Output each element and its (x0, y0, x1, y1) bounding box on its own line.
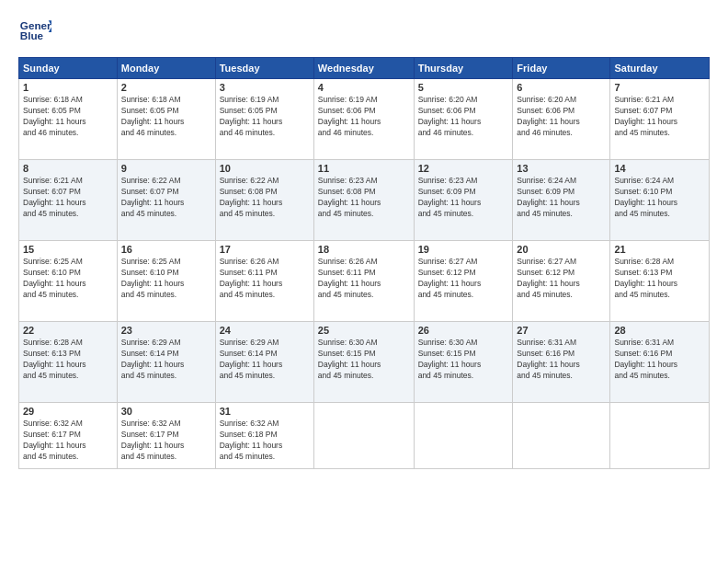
col-header-monday: Monday (117, 58, 215, 79)
calendar-table: SundayMondayTuesdayWednesdayThursdayFrid… (18, 57, 710, 469)
col-header-tuesday: Tuesday (215, 58, 313, 79)
day-info: Sunrise: 6:32 AM Sunset: 6:17 PM Dayligh… (121, 419, 211, 463)
day-info: Sunrise: 6:20 AM Sunset: 6:06 PM Dayligh… (517, 95, 606, 139)
calendar-cell: 2Sunrise: 6:18 AM Sunset: 6:05 PM Daylig… (117, 79, 215, 160)
day-number: 27 (517, 325, 606, 336)
day-number: 23 (121, 325, 211, 336)
calendar-cell (610, 403, 710, 469)
day-info: Sunrise: 6:26 AM Sunset: 6:11 PM Dayligh… (318, 257, 410, 301)
calendar-cell: 29Sunrise: 6:32 AM Sunset: 6:17 PM Dayli… (19, 403, 118, 469)
calendar-cell: 11Sunrise: 6:23 AM Sunset: 6:08 PM Dayli… (313, 160, 414, 241)
day-info: Sunrise: 6:21 AM Sunset: 6:07 PM Dayligh… (23, 176, 113, 220)
day-info: Sunrise: 6:25 AM Sunset: 6:10 PM Dayligh… (121, 257, 211, 301)
day-info: Sunrise: 6:32 AM Sunset: 6:18 PM Dayligh… (220, 419, 310, 463)
day-number: 19 (418, 244, 509, 255)
day-number: 20 (517, 244, 606, 255)
calendar-cell: 12Sunrise: 6:23 AM Sunset: 6:09 PM Dayli… (414, 160, 513, 241)
day-info: Sunrise: 6:32 AM Sunset: 6:17 PM Dayligh… (23, 419, 113, 463)
day-info: Sunrise: 6:22 AM Sunset: 6:07 PM Dayligh… (121, 176, 211, 220)
day-number: 31 (220, 406, 310, 417)
svg-text:Blue: Blue (20, 29, 44, 41)
calendar-cell: 13Sunrise: 6:24 AM Sunset: 6:09 PM Dayli… (513, 160, 610, 241)
day-info: Sunrise: 6:31 AM Sunset: 6:16 PM Dayligh… (614, 338, 705, 382)
day-number: 22 (23, 325, 113, 336)
day-info: Sunrise: 6:27 AM Sunset: 6:12 PM Dayligh… (418, 257, 509, 301)
calendar-cell: 20Sunrise: 6:27 AM Sunset: 6:12 PM Dayli… (513, 241, 610, 322)
calendar-cell (313, 403, 414, 469)
calendar-cell: 24Sunrise: 6:29 AM Sunset: 6:14 PM Dayli… (215, 322, 313, 403)
calendar-cell (513, 403, 610, 469)
calendar-cell: 28Sunrise: 6:31 AM Sunset: 6:16 PM Dayli… (610, 322, 710, 403)
day-number: 10 (220, 163, 310, 174)
calendar-cell: 4Sunrise: 6:19 AM Sunset: 6:06 PM Daylig… (313, 79, 414, 160)
day-number: 16 (121, 244, 211, 255)
calendar-cell: 27Sunrise: 6:31 AM Sunset: 6:16 PM Dayli… (513, 322, 610, 403)
calendar-cell: 21Sunrise: 6:28 AM Sunset: 6:13 PM Dayli… (610, 241, 710, 322)
calendar-cell: 31Sunrise: 6:32 AM Sunset: 6:18 PM Dayli… (215, 403, 313, 469)
calendar-page: General Blue SundayMondayTuesdayWednesda… (0, 0, 728, 563)
day-number: 18 (318, 244, 410, 255)
calendar-cell (414, 403, 513, 469)
day-info: Sunrise: 6:30 AM Sunset: 6:15 PM Dayligh… (418, 338, 509, 382)
logo-icon: General Blue (18, 15, 51, 48)
col-header-saturday: Saturday (610, 58, 710, 79)
col-header-wednesday: Wednesday (313, 58, 414, 79)
day-number: 13 (517, 163, 606, 174)
day-info: Sunrise: 6:24 AM Sunset: 6:10 PM Dayligh… (614, 176, 705, 220)
col-header-sunday: Sunday (19, 58, 118, 79)
day-number: 8 (23, 163, 113, 174)
day-info: Sunrise: 6:21 AM Sunset: 6:07 PM Dayligh… (614, 95, 705, 139)
day-info: Sunrise: 6:23 AM Sunset: 6:09 PM Dayligh… (418, 176, 509, 220)
day-info: Sunrise: 6:31 AM Sunset: 6:16 PM Dayligh… (517, 338, 606, 382)
calendar-cell: 5Sunrise: 6:20 AM Sunset: 6:06 PM Daylig… (414, 79, 513, 160)
day-number: 4 (318, 82, 410, 93)
calendar-cell: 1Sunrise: 6:18 AM Sunset: 6:05 PM Daylig… (19, 79, 118, 160)
day-info: Sunrise: 6:25 AM Sunset: 6:10 PM Dayligh… (23, 257, 113, 301)
calendar-cell: 10Sunrise: 6:22 AM Sunset: 6:08 PM Dayli… (215, 160, 313, 241)
day-number: 1 (23, 82, 113, 93)
day-info: Sunrise: 6:27 AM Sunset: 6:12 PM Dayligh… (517, 257, 606, 301)
calendar-cell: 7Sunrise: 6:21 AM Sunset: 6:07 PM Daylig… (610, 79, 710, 160)
day-info: Sunrise: 6:29 AM Sunset: 6:14 PM Dayligh… (220, 338, 310, 382)
day-info: Sunrise: 6:22 AM Sunset: 6:08 PM Dayligh… (220, 176, 310, 220)
day-number: 15 (23, 244, 113, 255)
calendar-cell: 26Sunrise: 6:30 AM Sunset: 6:15 PM Dayli… (414, 322, 513, 403)
day-number: 5 (418, 82, 509, 93)
day-number: 7 (614, 82, 705, 93)
calendar-cell: 3Sunrise: 6:19 AM Sunset: 6:05 PM Daylig… (215, 79, 313, 160)
day-number: 28 (614, 325, 705, 336)
calendar-cell: 23Sunrise: 6:29 AM Sunset: 6:14 PM Dayli… (117, 322, 215, 403)
calendar-cell: 6Sunrise: 6:20 AM Sunset: 6:06 PM Daylig… (513, 79, 610, 160)
day-info: Sunrise: 6:19 AM Sunset: 6:05 PM Dayligh… (220, 95, 310, 139)
logo: General Blue (18, 15, 55, 48)
day-info: Sunrise: 6:19 AM Sunset: 6:06 PM Dayligh… (318, 95, 410, 139)
calendar-cell: 9Sunrise: 6:22 AM Sunset: 6:07 PM Daylig… (117, 160, 215, 241)
day-info: Sunrise: 6:26 AM Sunset: 6:11 PM Dayligh… (220, 257, 310, 301)
day-info: Sunrise: 6:24 AM Sunset: 6:09 PM Dayligh… (517, 176, 606, 220)
day-number: 12 (418, 163, 509, 174)
col-header-thursday: Thursday (414, 58, 513, 79)
day-info: Sunrise: 6:29 AM Sunset: 6:14 PM Dayligh… (121, 338, 211, 382)
calendar-cell: 18Sunrise: 6:26 AM Sunset: 6:11 PM Dayli… (313, 241, 414, 322)
day-info: Sunrise: 6:28 AM Sunset: 6:13 PM Dayligh… (614, 257, 705, 301)
day-number: 17 (220, 244, 310, 255)
day-info: Sunrise: 6:28 AM Sunset: 6:13 PM Dayligh… (23, 338, 113, 382)
page-header: General Blue (18, 15, 710, 48)
calendar-cell: 15Sunrise: 6:25 AM Sunset: 6:10 PM Dayli… (19, 241, 118, 322)
day-info: Sunrise: 6:18 AM Sunset: 6:05 PM Dayligh… (23, 95, 113, 139)
calendar-cell: 8Sunrise: 6:21 AM Sunset: 6:07 PM Daylig… (19, 160, 118, 241)
calendar-cell: 22Sunrise: 6:28 AM Sunset: 6:13 PM Dayli… (19, 322, 118, 403)
day-info: Sunrise: 6:20 AM Sunset: 6:06 PM Dayligh… (418, 95, 509, 139)
day-number: 14 (614, 163, 705, 174)
day-number: 6 (517, 82, 606, 93)
calendar-cell: 16Sunrise: 6:25 AM Sunset: 6:10 PM Dayli… (117, 241, 215, 322)
calendar-cell: 30Sunrise: 6:32 AM Sunset: 6:17 PM Dayli… (117, 403, 215, 469)
day-number: 2 (121, 82, 211, 93)
day-number: 29 (23, 406, 113, 417)
day-number: 26 (418, 325, 509, 336)
calendar-cell: 25Sunrise: 6:30 AM Sunset: 6:15 PM Dayli… (313, 322, 414, 403)
day-info: Sunrise: 6:30 AM Sunset: 6:15 PM Dayligh… (318, 338, 410, 382)
col-header-friday: Friday (513, 58, 610, 79)
calendar-header-row: SundayMondayTuesdayWednesdayThursdayFrid… (19, 58, 710, 79)
day-number: 30 (121, 406, 211, 417)
